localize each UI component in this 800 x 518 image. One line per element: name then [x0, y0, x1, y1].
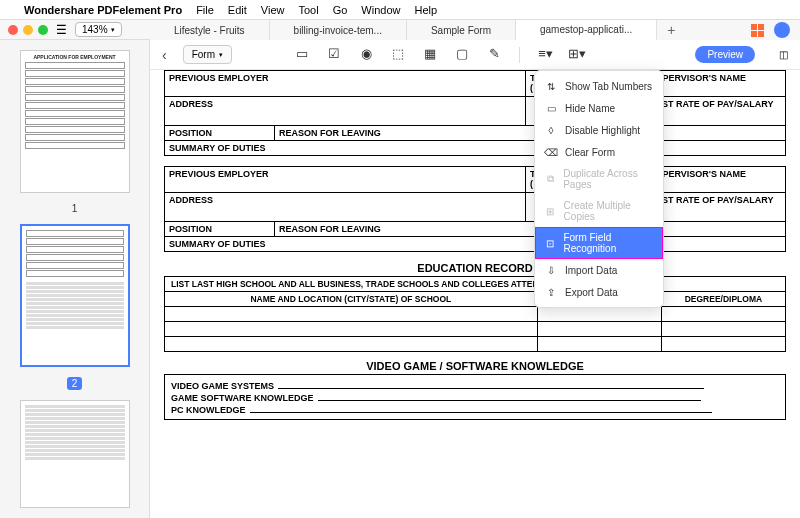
checkbox-icon[interactable]: ☑	[327, 47, 341, 61]
menu-help[interactable]: Help	[414, 4, 437, 16]
field-position[interactable]: POSITION	[165, 126, 275, 141]
field-supervisor[interactable]: SUPERVISOR'S NAME	[646, 167, 786, 193]
name-icon: ▭	[545, 102, 557, 114]
apps-grid-icon[interactable]	[751, 24, 764, 37]
edu-cell[interactable]	[537, 337, 661, 352]
edu-instruction: LIST LAST HIGH SCHOOL AND ALL BUSINESS, …	[165, 277, 786, 292]
menu-disable-highlight[interactable]: ◊Disable Highlight	[535, 119, 663, 141]
field-supervisor[interactable]: SUPERVISOR'S NAME	[646, 71, 786, 97]
edu-cell[interactable]	[537, 322, 661, 337]
button-icon[interactable]: ▢	[455, 47, 469, 61]
menu-go[interactable]: Go	[333, 4, 348, 16]
form-label: Form	[192, 49, 215, 60]
education-title: EDUCATION RECORD	[164, 262, 786, 274]
export-icon: ⇪	[545, 286, 557, 298]
vg-software-field[interactable]	[318, 391, 701, 401]
app-name[interactable]: Wondershare PDFelement Pro	[24, 4, 182, 16]
field-reason[interactable]: REASON FOR LEAVING	[275, 126, 786, 141]
tab-gamestop[interactable]: gamestop-applicati...	[516, 20, 657, 40]
page-thumbnail-1[interactable]: APPLICATION FOR EMPLOYMENT	[20, 50, 130, 193]
videogame-block: VIDEO GAME SYSTEMS GAME SOFTWARE KNOWLED…	[164, 374, 786, 420]
form-mode-dropdown[interactable]: Form ▾	[183, 45, 232, 64]
tab-billing[interactable]: billing-invoice-tem...	[270, 20, 407, 40]
copies-icon: ⊞	[545, 205, 556, 217]
edu-cell[interactable]	[165, 337, 538, 352]
field-prev-employer[interactable]: PREVIOUS EMPLOYER	[165, 167, 526, 193]
field-address[interactable]: ADDRESS	[165, 193, 526, 222]
vg-systems-field[interactable]	[278, 379, 704, 389]
page-number-1: 1	[72, 203, 78, 214]
zoom-control[interactable]: 143% ▾	[75, 22, 122, 37]
edu-cell[interactable]	[537, 307, 661, 322]
tab-icon: ⇅	[545, 80, 557, 92]
edu-cell[interactable]	[661, 307, 785, 322]
vg-pc-field[interactable]	[250, 403, 712, 413]
education-table: LIST LAST HIGH SCHOOL AND ALL BUSINESS, …	[164, 276, 786, 352]
edu-col-name: NAME AND LOCATION (CITY/STATE) OF SCHOOL	[165, 292, 538, 307]
document-view[interactable]: PREVIOUS EMPLOYER TELEPHONE( SUPERVISOR'…	[150, 70, 800, 518]
menu-export-data[interactable]: ⇪Export Data	[535, 281, 663, 303]
zoom-value: 143%	[82, 24, 108, 35]
textfield-icon[interactable]: ▭	[295, 47, 309, 61]
thumb-title: APPLICATION FOR EMPLOYMENT	[25, 55, 125, 60]
signature-icon[interactable]: ✎	[487, 47, 501, 61]
tab-strip: Lifestyle - Fruits billing-invoice-tem..…	[150, 20, 800, 40]
employment-block-2: PREVIOUS EMPLOYER TELEPHONE( SUPERVISOR'…	[164, 166, 786, 252]
menu-edit[interactable]: Edit	[228, 4, 247, 16]
videogame-title: VIDEO GAME / SOFTWARE KNOWLEDGE	[164, 360, 786, 372]
back-button[interactable]: ‹	[162, 47, 167, 63]
chevron-down-icon: ▾	[111, 26, 115, 34]
more-tools-dropdown[interactable]: ⊞▾	[570, 47, 584, 61]
edu-cell[interactable]	[661, 322, 785, 337]
edu-col-degree: DEGREE/DIPLOMA	[661, 292, 785, 307]
vg-systems-label: VIDEO GAME SYSTEMS	[171, 381, 274, 391]
tab-lifestyle[interactable]: Lifestyle - Fruits	[150, 20, 270, 40]
align-dropdown-icon[interactable]: ≡▾	[538, 47, 552, 61]
page-thumbnail-3[interactable]	[20, 400, 130, 508]
page-thumbnail-2[interactable]	[20, 224, 130, 367]
close-window[interactable]	[8, 25, 18, 35]
field-prev-employer[interactable]: PREVIOUS EMPLOYER	[165, 71, 526, 97]
menu-file[interactable]: File	[196, 4, 214, 16]
panel-toggle-icon[interactable]: ◫	[779, 49, 788, 60]
menu-create-copies: ⊞Create Multiple Copies	[535, 195, 663, 227]
field-rate[interactable]: LAST RATE OF PAY/SALARY	[646, 97, 786, 126]
menu-import-data[interactable]: ⇩Import Data	[535, 259, 663, 281]
menu-window[interactable]: Window	[361, 4, 400, 16]
menu-form-field-recognition[interactable]: ⊡Form Field Recognition	[535, 227, 663, 259]
menu-duplicate-pages: ⧉Duplicate Across Pages	[535, 163, 663, 195]
field-rate[interactable]: LAST RATE OF PAY/SALARY	[646, 193, 786, 222]
new-tab-button[interactable]: +	[657, 22, 685, 38]
vg-software-label: GAME SOFTWARE KNOWLEDGE	[171, 393, 314, 403]
menu-view[interactable]: View	[261, 4, 285, 16]
menu-show-tab-numbers[interactable]: ⇅Show Tab Numbers	[535, 75, 663, 97]
recognition-icon: ⊡	[545, 237, 555, 249]
menu-hide-name[interactable]: ▭Hide Name	[535, 97, 663, 119]
listbox-icon[interactable]: ▦	[423, 47, 437, 61]
maximize-window[interactable]	[38, 25, 48, 35]
highlight-icon: ◊	[545, 124, 557, 136]
preview-button[interactable]: Preview	[695, 46, 755, 63]
menu-clear-form[interactable]: ⌫Clear Form	[535, 141, 663, 163]
user-avatar[interactable]	[774, 22, 790, 38]
vg-pc-label: PC KNOWLEDGE	[171, 405, 246, 415]
field-duties[interactable]: SUMMARY OF DUTIES	[165, 141, 786, 156]
radio-icon[interactable]: ◉	[359, 47, 373, 61]
edu-cell[interactable]	[165, 307, 538, 322]
clear-icon: ⌫	[545, 146, 557, 158]
edu-cell[interactable]	[661, 337, 785, 352]
minimize-window[interactable]	[23, 25, 33, 35]
combobox-icon[interactable]: ⬚	[391, 47, 405, 61]
field-position[interactable]: POSITION	[165, 222, 275, 237]
page-number-2: 2	[67, 377, 83, 390]
menubar: Wondershare PDFelement Pro File Edit Vie…	[0, 0, 800, 20]
tab-sample[interactable]: Sample Form	[407, 20, 516, 40]
menu-tool[interactable]: Tool	[298, 4, 318, 16]
employment-block-1: PREVIOUS EMPLOYER TELEPHONE( SUPERVISOR'…	[164, 70, 786, 156]
field-duties[interactable]: SUMMARY OF DUTIES	[165, 237, 786, 252]
field-address[interactable]: ADDRESS	[165, 97, 526, 126]
field-reason[interactable]: REASON FOR LEAVING	[275, 222, 786, 237]
divider	[519, 47, 520, 63]
sidebar-toggle-icon[interactable]: ☰	[56, 23, 67, 37]
edu-cell[interactable]	[165, 322, 538, 337]
